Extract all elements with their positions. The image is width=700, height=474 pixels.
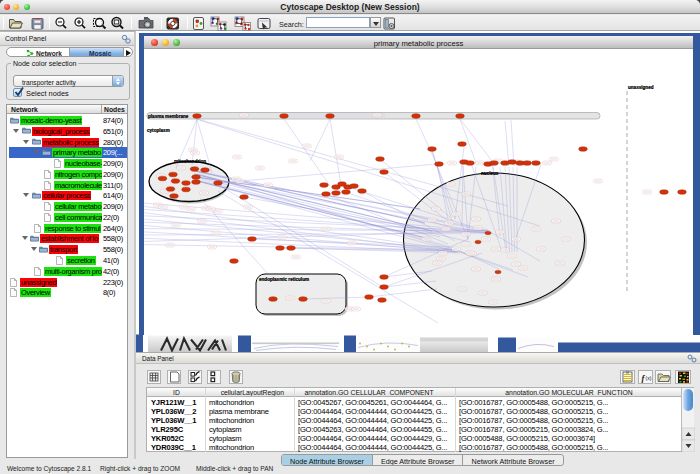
svg-text:unassigned: unassigned: [628, 85, 654, 90]
svg-text:cytoplasm: cytoplasm: [147, 128, 170, 133]
svg-text:nucleus: nucleus: [481, 171, 499, 176]
svg-text:plasma membrane: plasma membrane: [148, 114, 189, 119]
svg-text:(x): (x): [646, 375, 652, 381]
svg-text:endoplasmic reticulum: endoplasmic reticulum: [259, 277, 309, 282]
svg-text:mitochondrion: mitochondrion: [174, 159, 206, 164]
